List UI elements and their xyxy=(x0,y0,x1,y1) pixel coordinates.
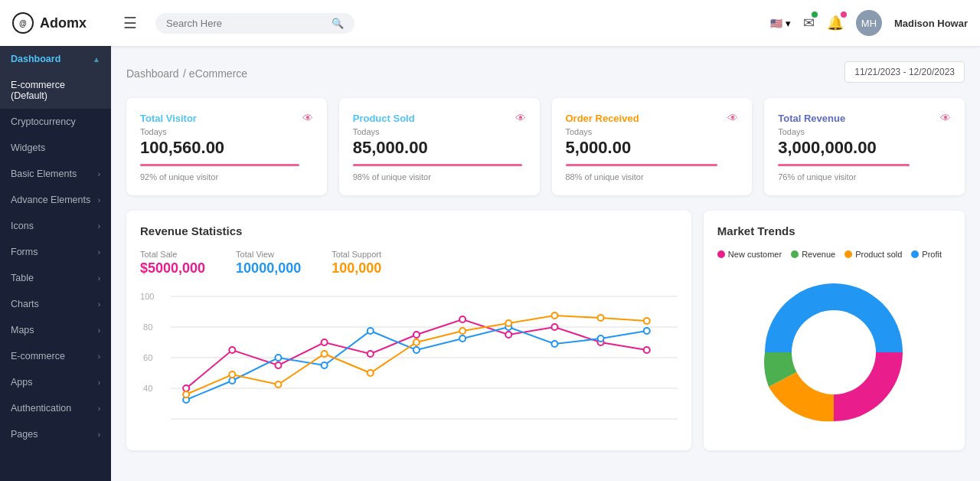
sidebar-item-pages[interactable]: Pages› xyxy=(0,421,111,447)
page-header: Dashboard / eCommerce 11/21/2023 - 12/20… xyxy=(126,61,965,83)
stat-card-title: Total Visitor xyxy=(140,113,197,124)
sidebar-item-label: Advance Elements xyxy=(11,195,90,205)
eye-icon: 👁 xyxy=(302,112,313,124)
logo-text: Adomx xyxy=(40,15,87,31)
mail-button[interactable]: ✉ xyxy=(803,15,815,31)
svg-point-24 xyxy=(368,328,374,334)
svg-point-34 xyxy=(322,351,328,357)
svg-point-16 xyxy=(505,332,511,338)
sidebar-item-authentication[interactable]: Authentication› xyxy=(0,395,111,421)
stat-card-0: Total Visitor 👁 Todays 100,560.00 92% of… xyxy=(126,98,327,195)
sidebar-chevron-icon: › xyxy=(98,248,100,257)
total-sale-label: Total Sale xyxy=(140,250,205,259)
stat-card-header: Total Revenue 👁 xyxy=(778,112,951,124)
sidebar-item-label: Cryptocurrency xyxy=(11,116,76,127)
sidebar-item-dashboard[interactable]: Dashboard▲ xyxy=(0,46,111,72)
svg-point-19 xyxy=(644,347,650,353)
revenue-chart-title: Revenue Statistics xyxy=(140,224,678,237)
stat-card-title: Product Sold xyxy=(353,113,415,124)
sidebar-item-label: Authentication xyxy=(11,403,71,414)
revenue-line-chart-svg: 100 80 60 40 xyxy=(140,289,678,427)
sidebar-item-apps[interactable]: Apps› xyxy=(0,369,111,395)
legend-label: New customer xyxy=(728,250,782,259)
sidebar-item-widgets[interactable]: Widgets xyxy=(0,135,111,161)
stat-label: Todays xyxy=(566,127,739,136)
donut-chart-svg xyxy=(750,268,918,437)
svg-text:100: 100 xyxy=(140,292,154,301)
date-range[interactable]: 11/21/2023 - 12/20/2023 xyxy=(844,61,965,83)
sidebar-item-label: Icons xyxy=(11,221,34,231)
total-support-label: Total Support xyxy=(332,250,381,259)
legend-dot xyxy=(717,250,725,258)
svg-text:60: 60 xyxy=(143,353,152,362)
sidebar-chevron-icon: › xyxy=(98,196,100,205)
sidebar-item-label: Table xyxy=(11,273,34,283)
user-name: Madison Howar xyxy=(894,18,968,29)
stat-value: 3,000,000.00 xyxy=(778,138,951,158)
avatar-initials: MH xyxy=(861,18,877,29)
svg-point-14 xyxy=(413,332,420,338)
stat-bar xyxy=(353,164,522,166)
svg-point-42 xyxy=(792,310,876,394)
legend-label: Profit xyxy=(922,250,942,259)
eye-icon: 👁 xyxy=(727,112,738,124)
main-content: Dashboard / eCommerce 11/21/2023 - 12/20… xyxy=(111,46,980,481)
search-input[interactable] xyxy=(166,18,332,29)
sidebar-item-charts[interactable]: Charts› xyxy=(0,291,111,317)
total-sale-stat: Total Sale $5000,000 xyxy=(140,250,205,276)
revenue-stats: Total Sale $5000,000 Total View 10000,00… xyxy=(140,250,678,276)
hamburger-button[interactable]: ☰ xyxy=(123,14,137,32)
sidebar-chevron-icon: › xyxy=(98,274,100,283)
total-view-stat: Total View 10000,000 xyxy=(236,250,301,276)
svg-point-17 xyxy=(551,324,557,330)
svg-point-22 xyxy=(275,355,281,361)
legend-label: Product sold xyxy=(855,250,902,259)
svg-point-15 xyxy=(459,316,466,322)
svg-point-25 xyxy=(413,347,420,353)
sidebar-chevron-icon: › xyxy=(98,170,100,178)
page-title: Dashboard / eCommerce xyxy=(126,64,247,80)
stat-card-2: Order Received 👁 Todays 5,000.00 88% of … xyxy=(552,98,753,195)
svg-point-23 xyxy=(322,362,328,368)
flag-dropdown-icon: ▾ xyxy=(786,18,791,29)
sidebar-item-label: Dashboard xyxy=(11,54,60,64)
stat-footer: 92% of unique visitor xyxy=(140,172,313,182)
sidebar-chevron-icon: › xyxy=(98,300,100,309)
svg-point-38 xyxy=(505,320,511,326)
stat-label: Todays xyxy=(778,127,951,136)
stat-value: 85,000.00 xyxy=(353,138,526,158)
mail-badge xyxy=(812,11,818,18)
line-chart: 100 80 60 40 xyxy=(140,289,678,430)
legend-dot xyxy=(911,250,919,258)
notification-button[interactable]: 🔔 xyxy=(827,15,844,31)
header-right: 🇺🇸 ▾ ✉ 🔔 MH Madison Howar xyxy=(770,10,968,36)
header: @ Adomx ☰ 🔍 🇺🇸 ▾ ✉ 🔔 MH Madison Howar xyxy=(0,0,980,46)
sidebar-item-advance-elements[interactable]: Advance Elements› xyxy=(0,187,111,213)
stat-bar xyxy=(566,164,718,166)
total-view-value: 10000,000 xyxy=(236,260,301,276)
sidebar-item-label: E-commerce xyxy=(11,351,65,362)
sidebar-item-maps[interactable]: Maps› xyxy=(0,317,111,343)
legend-item-profit: Profit xyxy=(911,250,942,259)
sidebar-item-cryptocurrency[interactable]: Cryptocurrency xyxy=(0,109,111,135)
donut-legend: New customer Revenue Product sold Profit xyxy=(717,250,951,259)
svg-point-9 xyxy=(183,385,189,391)
legend-dot xyxy=(791,250,799,258)
sidebar-item-forms[interactable]: Forms› xyxy=(0,239,111,265)
svg-point-31 xyxy=(183,391,189,398)
sidebar-chevron-icon: › xyxy=(98,352,100,361)
total-sale-value: $5000,000 xyxy=(140,260,205,276)
sidebar-item-basic-elements[interactable]: Basic Elements› xyxy=(0,161,111,187)
eye-icon: 👁 xyxy=(940,112,951,124)
sidebar-item-e-commerce[interactable]: E-commerce› xyxy=(0,343,111,369)
svg-point-41 xyxy=(644,318,650,324)
legend-item-new-customer: New customer xyxy=(717,250,782,259)
stat-card-1: Product Sold 👁 Todays 85,000.00 98% of u… xyxy=(339,98,540,195)
stat-footer: 88% of unique visitor xyxy=(566,172,739,182)
sidebar-item-icons[interactable]: Icons› xyxy=(0,213,111,239)
language-selector[interactable]: 🇺🇸 ▾ xyxy=(770,18,791,29)
sidebar-item-table[interactable]: Table› xyxy=(0,265,111,291)
sidebar-item-e-commerce-default[interactable]: E-commerce (Default) xyxy=(0,72,111,109)
svg-point-13 xyxy=(368,351,374,357)
sidebar-item-label: Pages xyxy=(11,429,38,440)
